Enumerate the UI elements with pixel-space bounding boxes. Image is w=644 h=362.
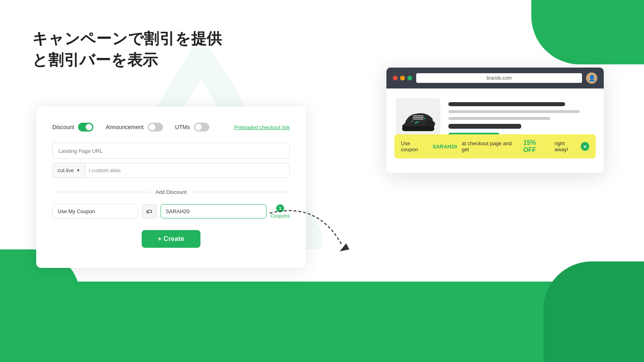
add-discount-label: Add Discount <box>155 189 186 195</box>
browser-bar: brands.com 👤 <box>386 68 604 88</box>
browser-dot-green <box>407 76 412 80</box>
browser-avatar: 👤 <box>586 72 597 84</box>
discount-toggle-knob <box>86 124 92 130</box>
arrow-icon <box>262 209 354 257</box>
add-discount-divider: Add Discount <box>52 189 290 195</box>
shoe-svg <box>400 106 436 134</box>
chevron-down-icon: ▼ <box>76 168 80 173</box>
browser-dot-red <box>393 76 398 80</box>
url-input[interactable] <box>58 148 284 154</box>
preloaded-checkout-link[interactable]: Preloaded checkout link <box>234 124 290 130</box>
browser-mockup: brands.com 👤 <box>386 68 604 173</box>
svg-rect-4 <box>412 114 424 121</box>
toggle-row: Discount Announcement UTMs Preloaded che… <box>52 123 290 132</box>
url-input-wrap <box>52 143 290 159</box>
banner-coupon-code: SARAH20 <box>433 144 457 150</box>
title-line1: キャンペーンで割引を提供 <box>32 28 222 49</box>
discount-row: Use My Coupon 🏷 1 Coupons <box>52 204 290 219</box>
create-button[interactable]: + Create <box>142 230 200 248</box>
svg-marker-1 <box>340 243 349 251</box>
banner-close-button[interactable]: × <box>581 142 589 151</box>
product-desc-line2 <box>448 117 550 120</box>
banner-discount-value: 15% OFF <box>523 139 550 154</box>
divider-line-left <box>52 192 150 192</box>
coupon-icon: 🏷 <box>146 208 152 215</box>
banner-text-middle: at checkout page and get <box>462 140 518 152</box>
product-desc-line1 <box>448 110 580 113</box>
coupon-input-wrap <box>161 204 266 218</box>
utms-toggle-group: UTMs <box>175 123 209 132</box>
banner-text-before: Use coupon <box>401 140 428 152</box>
product-title-line <box>448 102 565 106</box>
announcement-toggle-knob <box>149 124 155 130</box>
product-price-line <box>448 124 521 129</box>
banner-text-after: right away! <box>555 140 579 152</box>
announcement-toggle-group: Announcement <box>105 123 163 132</box>
divider-line-right <box>192 192 290 192</box>
discount-toggle[interactable] <box>78 123 93 132</box>
title-line2: と割引バーを表示 <box>32 49 222 71</box>
title-section: キャンペーンで割引を提供 と割引バーを表示 <box>32 28 222 71</box>
browser-dots <box>393 76 412 80</box>
browser-dot-yellow <box>400 76 405 80</box>
announcement-toggle[interactable] <box>148 123 163 132</box>
alias-input[interactable] <box>124 163 289 177</box>
coupon-code-input[interactable] <box>161 204 266 218</box>
utms-toggle[interactable] <box>194 123 209 132</box>
discount-label: Discount <box>52 124 74 130</box>
discount-toggle-group: Discount <box>52 123 93 132</box>
discount-banner: Use coupon SARAH20 at checkout page and … <box>394 134 596 158</box>
coupon-icon-button[interactable]: 🏷 <box>142 204 157 219</box>
discount-select-wrap: Use My Coupon <box>52 204 138 219</box>
svg-point-8 <box>425 121 435 127</box>
utms-toggle-knob <box>195 124 202 130</box>
domain-select-wrap[interactable]: cut.live ▼ <box>53 163 85 177</box>
announcement-label: Announcement <box>105 124 143 130</box>
alias-row: cut.live ▼ / custom alias <box>52 163 290 178</box>
domain-value: cut.live <box>58 167 74 173</box>
discount-type-select[interactable]: Use My Coupon <box>53 204 138 218</box>
alias-separator: / custom alias <box>85 163 124 177</box>
utms-label: UTMs <box>175 124 190 130</box>
browser-url-bar: brands.com <box>416 73 582 83</box>
